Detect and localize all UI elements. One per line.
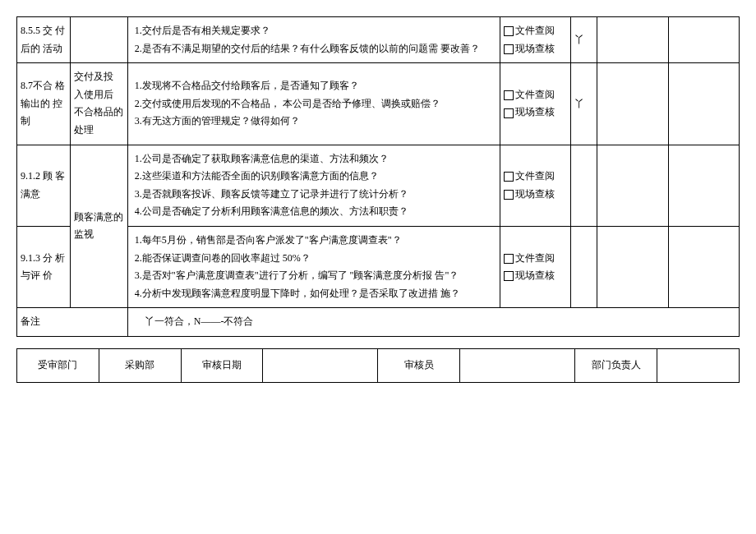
dept-label: 受审部门: [17, 348, 99, 382]
table-row: 9.1.2 顾 客满意 顾客满意的 监视 1.公司是否确定了获取顾客满意信息的渠…: [17, 145, 740, 226]
table-row: 8.5.5 交 付后的 活动 1.交付后是否有相关规定要求？ 2.是否有不满足期…: [17, 17, 740, 63]
checkbox-icon: [504, 90, 514, 100]
questions-cell: 1.发现将不合格品交付给顾客后，是否通知了顾客？ 2.交付或使用后发现的不合格品…: [127, 63, 500, 145]
footer-row: 受审部门 采购部 审核日期 审核员 部门负责人: [17, 348, 740, 382]
result-cell: [571, 145, 597, 226]
check-label: 文件查阅: [515, 89, 555, 100]
remark-text: 丫一符合，N——-不符合: [127, 308, 739, 337]
empty-cell: [597, 145, 668, 226]
questions-cell: 1.公司是否确定了获取顾客满意信息的渠道、方法和频次？ 2.这些渠道和方法能否全…: [127, 145, 500, 226]
date-value: [263, 348, 378, 382]
empty-cell: [668, 17, 739, 63]
audit-table: 8.5.5 交 付后的 活动 1.交付后是否有相关规定要求？ 2.是否有不满足期…: [16, 16, 740, 337]
remark-row: 备注 丫一符合，N——-不符合: [17, 308, 740, 337]
dept-value: 采购部: [99, 348, 181, 382]
topic-cell: 交付及投 入使用后 不合格品的 处理: [70, 63, 127, 145]
auditor-value: [460, 348, 575, 382]
clause-id: 9.1.2 顾 客满意: [17, 145, 71, 226]
result-cell: 丫: [571, 63, 597, 145]
check-label: 现场查核: [515, 106, 555, 117]
checkbox-icon: [504, 26, 514, 36]
checkbox-icon: [504, 254, 514, 264]
footer-table: 受审部门 采购部 审核日期 审核员 部门负责人: [16, 348, 740, 383]
check-methods: 文件查阅 现场查核: [500, 226, 570, 307]
check-label: 文件查阅: [515, 25, 555, 36]
empty-cell: [668, 63, 739, 145]
questions-cell: 1.每年5月份，销售部是否向客户派发了"客户满意度调查表"？ 2.能否保证调查问…: [127, 226, 500, 307]
check-label: 现场查核: [515, 269, 555, 281]
empty-cell: [668, 145, 739, 226]
clause-id: 8.5.5 交 付后的 活动: [17, 17, 71, 63]
result-cell: [571, 226, 597, 307]
empty-cell: [597, 17, 668, 63]
result-cell: 丫: [571, 17, 597, 63]
check-methods: 文件查阅 现场查核: [500, 17, 570, 63]
checkbox-icon: [504, 108, 514, 118]
auditor-label: 审核员: [378, 348, 460, 382]
clause-id: 8.7不合 格输出的 控制: [17, 63, 71, 145]
topic-cell: [70, 17, 127, 63]
owner-value: [657, 348, 740, 382]
check-label: 文件查阅: [515, 252, 555, 264]
checkbox-icon: [504, 44, 514, 54]
checkbox-icon: [504, 172, 514, 182]
check-methods: 文件查阅 现场查核: [500, 145, 570, 226]
checkbox-icon: [504, 271, 514, 281]
remark-label: 备注: [17, 308, 128, 337]
check-label: 文件查阅: [515, 170, 555, 182]
check-label: 现场查核: [515, 188, 555, 200]
table-row: 8.7不合 格输出的 控制 交付及投 入使用后 不合格品的 处理 1.发现将不合…: [17, 63, 740, 145]
topic-cell: 顾客满意的 监视: [70, 145, 127, 308]
empty-cell: [668, 226, 739, 307]
empty-cell: [597, 226, 668, 307]
check-methods: 文件查阅 现场查核: [500, 63, 570, 145]
date-label: 审核日期: [181, 348, 263, 382]
questions-cell: 1.交付后是否有相关规定要求？ 2.是否有不满足期望的交付后的结果？有什么顾客反…: [127, 17, 500, 63]
empty-cell: [597, 63, 668, 145]
check-label: 现场查核: [515, 43, 555, 54]
checkbox-icon: [504, 190, 514, 200]
clause-id: 9.1.3 分 析与评 价: [17, 226, 71, 307]
owner-label: 部门负责人: [575, 348, 657, 382]
